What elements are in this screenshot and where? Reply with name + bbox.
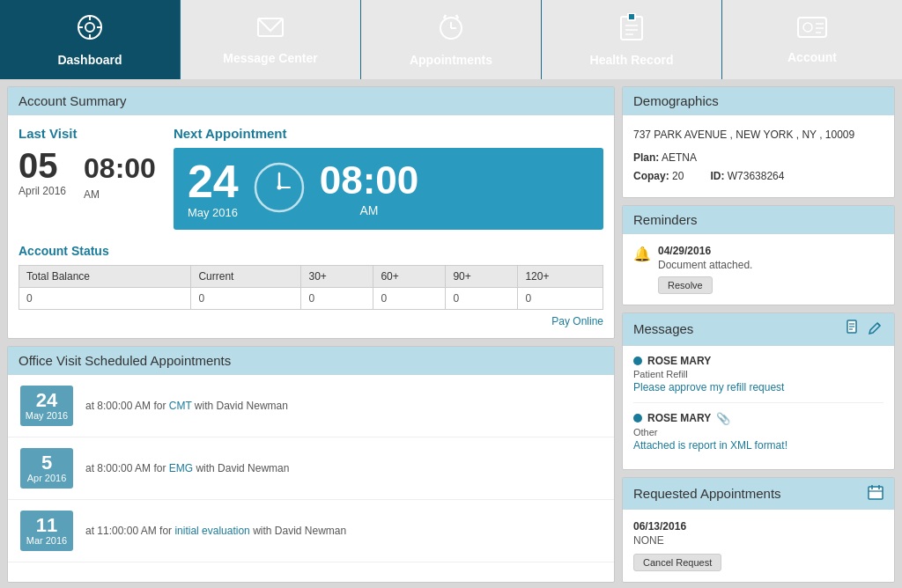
msg-link-1[interactable]: Please approve my refill request	[633, 381, 884, 393]
last-visit-date: April 2016	[18, 185, 66, 197]
compose-icon[interactable]	[847, 320, 862, 339]
req-appts-body: 06/13/2016 NONE Cancel Request	[623, 510, 894, 582]
nav-label-account: Account	[787, 50, 837, 64]
account-status-table: Total Balance Current 30+ 60+ 90+ 120+	[18, 265, 603, 310]
reminders-body: 🔔 04/29/2016 Document attached. Resolve	[623, 234, 894, 305]
appt-rest-2: with David Newman	[193, 462, 289, 474]
visit-section: Last Visit 05 April 2016 08:00 AM	[18, 126, 603, 230]
appointments-icon	[437, 13, 465, 48]
appt-rest-1: with David Newman	[192, 400, 288, 412]
message-item-1: ROSE MARY Patient Refill Please approve …	[633, 355, 884, 403]
msg-unread-dot-2	[633, 414, 642, 423]
demo-plan-value: AETNA	[662, 151, 697, 164]
appt-date-box-3: 11 Mar 2016	[20, 511, 73, 551]
nav-item-account[interactable]: Account	[722, 0, 902, 79]
svg-rect-13	[628, 13, 635, 20]
nav-label-health-record: Health Record	[590, 53, 674, 67]
msg-type-1: Patient Refill	[633, 369, 884, 379]
right-panel: Demographics 737 PARK AVENUE , NEW YORK …	[622, 86, 895, 583]
appt-desc-text-2: at 8:00:00 AM for	[85, 462, 169, 474]
val-60: 0	[373, 288, 446, 310]
svg-point-25	[277, 186, 281, 190]
appt-item-1: 24 May 2016 at 8:00:00 AM for CMT with D…	[8, 375, 614, 437]
health-record-icon	[619, 13, 644, 48]
account-summary-body: Last Visit 05 April 2016 08:00 AM	[8, 115, 614, 338]
status-table-data-row: 0 0 0 0 0 0	[19, 288, 603, 310]
demo-copay: Copay: 20	[633, 167, 684, 187]
reminders-title: Reminders	[633, 212, 698, 227]
demographics-title: Demographics	[633, 93, 719, 108]
appt-date-box-1: 24 May 2016	[20, 386, 73, 426]
appt-desc-1: at 8:00:00 AM for CMT with David Newman	[85, 400, 288, 412]
last-visit-time: 08:00	[84, 152, 156, 185]
demo-copay-value: 20	[672, 170, 684, 182]
nav-item-message-center[interactable]: Message Center	[181, 0, 361, 79]
account-summary-title: Account Summary	[18, 93, 127, 108]
appt-desc-text-3: at 11:00:00 AM for	[85, 525, 174, 537]
demo-plan-label: Plan:	[633, 151, 659, 164]
appt-rest-3: with David Newman	[250, 525, 346, 537]
demographics-header: Demographics	[623, 87, 894, 115]
messages-header: Messages	[623, 313, 894, 346]
next-appointment-label: Next Appointment	[174, 126, 603, 141]
nav-item-health-record[interactable]: Health Record	[542, 0, 722, 79]
msg-from-2: ROSE MARY 📎	[633, 412, 884, 425]
svg-point-1	[85, 23, 94, 32]
req-appt-status: NONE	[633, 534, 884, 547]
messages-panel: Messages	[622, 312, 895, 470]
office-visits-panel: Office Visit Scheduled Appointments 24 M…	[7, 346, 615, 583]
last-visit: Last Visit 05 April 2016 08:00 AM	[18, 126, 156, 201]
val-total-balance: 0	[19, 288, 191, 310]
svg-rect-30	[869, 487, 883, 499]
appt-day-2: 5	[24, 453, 70, 473]
resolve-button[interactable]: Resolve	[658, 276, 713, 294]
dashboard-icon	[76, 13, 104, 48]
col-30: 30+	[301, 266, 373, 288]
account-icon	[796, 16, 828, 45]
appt-month-2: Apr 2016	[24, 473, 70, 483]
demo-id: ID: W73638264	[710, 167, 784, 187]
message-item-2: ROSE MARY 📎 Other Attached is report in …	[633, 412, 884, 460]
nav-label-message-center: Message Center	[223, 51, 317, 65]
last-visit-time-block: 08:00 AM	[84, 152, 156, 201]
pay-online-link[interactable]: Pay Online	[18, 315, 603, 327]
demographics-body: 737 PARK AVENUE , NEW YORK , NY , 10009 …	[623, 115, 894, 197]
edit-icon[interactable]	[868, 320, 884, 339]
nav-item-dashboard[interactable]: Dashboard	[0, 0, 181, 79]
appt-desc-3: at 11:00:00 AM for initial evaluation wi…	[85, 525, 346, 537]
appt-link-1[interactable]: CMT	[169, 400, 192, 412]
office-visits-title: Office Visit Scheduled Appointments	[18, 353, 231, 368]
demo-address: 737 PARK AVENUE , NEW YORK , NY , 10009	[633, 126, 884, 145]
val-90: 0	[446, 288, 518, 310]
account-summary-header: Account Summary	[8, 87, 614, 115]
cancel-request-button[interactable]: Cancel Request	[633, 554, 721, 571]
val-120: 0	[518, 288, 603, 310]
demo-copay-id-row: Copay: 20 ID: W73638264	[633, 167, 884, 187]
na-time-block: 08:00 AM	[320, 161, 419, 217]
status-table-header-row: Total Balance Current 30+ 60+ 90+ 120+	[19, 266, 603, 288]
appt-link-2[interactable]: EMG	[169, 462, 193, 474]
req-appts-title: Requested Appointments	[633, 486, 781, 501]
top-nav: Dashboard Message Center Ap	[0, 0, 902, 79]
office-visits-body: 24 May 2016 at 8:00:00 AM for CMT with D…	[8, 375, 614, 562]
reminders-header: Reminders	[623, 206, 894, 234]
na-day: 24	[188, 158, 239, 204]
messages-body: ROSE MARY Patient Refill Please approve …	[623, 346, 894, 469]
last-visit-ampm: AM	[84, 188, 156, 201]
nav-label-appointments: Appointments	[410, 53, 492, 67]
svg-point-18	[803, 23, 812, 32]
appt-link-3[interactable]: initial evaluation	[174, 525, 249, 537]
svg-line-10	[444, 15, 446, 18]
msg-link-2[interactable]: Attached is report in XML format!	[633, 439, 884, 452]
na-month: May 2016	[188, 206, 239, 219]
account-summary-panel: Account Summary Last Visit 05 April 2016	[7, 86, 615, 339]
attachment-icon: 📎	[716, 412, 730, 425]
na-clock-icon	[253, 161, 306, 217]
col-90: 90+	[446, 266, 518, 288]
reminder-text: Document attached.	[658, 259, 752, 271]
demo-id-label: ID:	[710, 170, 724, 182]
col-current: Current	[191, 266, 301, 288]
last-visit-day-block: 05 April 2016	[18, 148, 66, 197]
office-visits-header: Office Visit Scheduled Appointments	[8, 347, 614, 375]
nav-item-appointments[interactable]: Appointments	[361, 0, 542, 79]
